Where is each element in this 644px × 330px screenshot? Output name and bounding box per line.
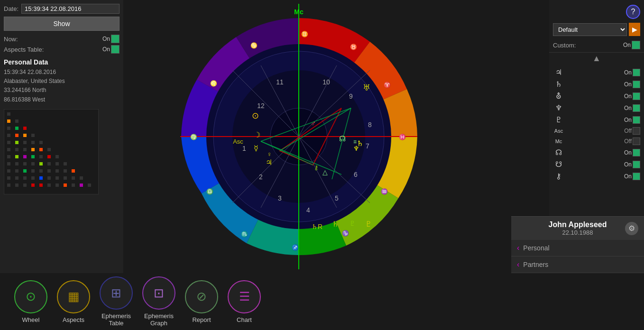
date-row: Date:: [4, 4, 120, 14]
now-toggle[interactable]: On: [102, 35, 120, 43]
svg-text:☿: ☿: [254, 144, 258, 152]
svg-text:Mc: Mc: [294, 8, 304, 16]
svg-text:♃: ♃: [266, 158, 272, 166]
personal-data-title: Personal Data: [4, 58, 120, 66]
svg-text:☊: ☊: [339, 135, 346, 143]
user-name: John Appleseed: [549, 220, 607, 229]
neptune-toggle[interactable]: On: [624, 104, 640, 112]
aspects-table-indicator[interactable]: [111, 45, 120, 54]
nav-item-ephemeris-graph[interactable]: ⊡ EphemerisGraph: [142, 276, 175, 327]
nav-item-aspects[interactable]: ▦ Aspects: [57, 280, 90, 323]
svg-text:♀: ♀: [267, 150, 272, 158]
up-arrow-row: ▲: [549, 53, 644, 64]
chart-circle[interactable]: ☰: [228, 280, 261, 313]
svg-text:♊: ♊: [301, 30, 308, 37]
jupiter-indicator[interactable]: [633, 69, 640, 76]
svg-text:1: 1: [242, 145, 246, 152]
snode-indicator[interactable]: [633, 161, 640, 168]
svg-text:△: △: [322, 168, 328, 176]
node-value: On: [624, 149, 632, 156]
neptune-value: On: [624, 105, 632, 111]
asc-toggle[interactable]: Off: [624, 127, 640, 135]
user-card-personal-row[interactable]: ‹ Personal: [511, 240, 644, 257]
show-button[interactable]: Show: [4, 17, 120, 31]
preset-dropdown[interactable]: Default: [553, 23, 627, 36]
nav-item-wheel[interactable]: ⊙ Wheel: [14, 280, 47, 323]
planet-row-node: ☊ On: [549, 147, 644, 158]
now-indicator[interactable]: [111, 35, 120, 43]
saturn-symbol: ♄: [553, 80, 564, 89]
nav-item-chart[interactable]: ☰ Chart: [228, 280, 261, 323]
snode-toggle[interactable]: On: [624, 161, 640, 168]
planet-row-saturn: ♄ On: [549, 78, 644, 90]
ephemeris-table-label: EphemerisTable: [101, 312, 131, 327]
svg-text:9: 9: [349, 92, 353, 100]
wheel-circle[interactable]: ⊙: [14, 280, 47, 313]
jupiter-toggle[interactable]: On: [624, 69, 640, 76]
nav-item-ephemeris-table[interactable]: ⊞ EphemerisTable: [100, 276, 133, 327]
ephemeris-graph-circle[interactable]: ⊡: [142, 276, 175, 310]
svg-text:11: 11: [276, 78, 284, 86]
dropdown-row: Default ▶: [549, 21, 644, 38]
pluto-toggle[interactable]: On: [624, 116, 640, 124]
planet-row-uranus: ⛢ On: [549, 90, 644, 102]
svg-text:♄: ♄: [332, 220, 339, 228]
aspects-label: Aspects: [63, 316, 84, 323]
planet-section: ♃ On ♄ On ⛢ On ♆ On: [549, 64, 644, 184]
aspects-table-toggle[interactable]: On: [102, 45, 120, 54]
ephemeris-table-circle[interactable]: ⊞: [100, 276, 133, 310]
up-arrow-icon[interactable]: ▲: [592, 54, 601, 64]
pluto-indicator[interactable]: [633, 116, 640, 124]
chart-area: 10 9 8 11 12 1 2 3 4 5 6 7 Mc Asc ♊ ♉ ♈ …: [123, 0, 474, 273]
help-button[interactable]: ?: [626, 5, 640, 19]
saturn-toggle[interactable]: On: [624, 81, 640, 88]
svg-text:7: 7: [366, 142, 369, 150]
snode-symbol: ☋: [553, 160, 564, 169]
user-card-partners-row[interactable]: ‹ Partners: [511, 257, 644, 273]
right-top-row: ?: [549, 3, 644, 21]
svg-text:8: 8: [368, 121, 372, 128]
uranus-indicator[interactable]: [633, 92, 640, 100]
svg-text:♎: ♎: [206, 188, 213, 195]
node-toggle[interactable]: On: [624, 149, 640, 156]
pluto-symbol: ♇: [553, 115, 564, 124]
nav-item-report[interactable]: ⊘ Report: [185, 280, 218, 323]
chevron-left-icon-2: ‹: [517, 260, 519, 269]
saturn-indicator[interactable]: [633, 81, 640, 88]
mc-indicator[interactable]: [633, 138, 640, 145]
user-card: John Appleseed 22.10.1988 ⚙ ‹ Personal ‹…: [511, 216, 644, 273]
chevron-left-icon: ‹: [517, 244, 519, 252]
aspects-circle[interactable]: ▦: [57, 280, 90, 313]
report-circle[interactable]: ⊘: [185, 280, 218, 313]
node-indicator[interactable]: [633, 149, 640, 156]
svg-text:2: 2: [259, 173, 263, 181]
wheel-label: Wheel: [22, 316, 40, 323]
neptune-indicator[interactable]: [633, 104, 640, 112]
gear-button[interactable]: ⚙: [625, 222, 638, 235]
uranus-symbol: ⛢: [553, 92, 564, 101]
chiron-toggle[interactable]: On: [624, 173, 640, 180]
aspects-table-label: Aspects Table:: [4, 46, 100, 53]
user-card-header: John Appleseed 22.10.1988 ⚙: [511, 217, 644, 240]
report-label: Report: [192, 316, 211, 323]
planet-row-chiron: ⚷ On: [549, 170, 644, 182]
snode-value: On: [624, 161, 632, 168]
svg-text:♂: ♂: [311, 119, 316, 128]
date-label: Date:: [4, 5, 18, 12]
dropdown-arrow-btn[interactable]: ▶: [629, 23, 640, 36]
svg-text:☽: ☽: [254, 131, 260, 139]
custom-indicator[interactable]: [632, 41, 640, 49]
date-input[interactable]: [21, 4, 120, 14]
uranus-toggle[interactable]: On: [624, 92, 640, 100]
custom-row: Custom: On: [549, 40, 644, 53]
asc-indicator[interactable]: [633, 127, 640, 135]
chiron-indicator[interactable]: [633, 173, 640, 180]
mc-toggle[interactable]: Off: [624, 138, 640, 145]
personal-row-label: Personal: [523, 244, 549, 252]
mc-value: Off: [624, 138, 632, 145]
personal-location: Alabaster, United States: [4, 77, 120, 86]
svg-text:♇: ♇: [350, 220, 356, 227]
personal-lon: 86.816388 West: [4, 95, 120, 104]
custom-toggle[interactable]: On: [623, 41, 640, 49]
planet-row-mc: Mc Off: [549, 136, 644, 147]
